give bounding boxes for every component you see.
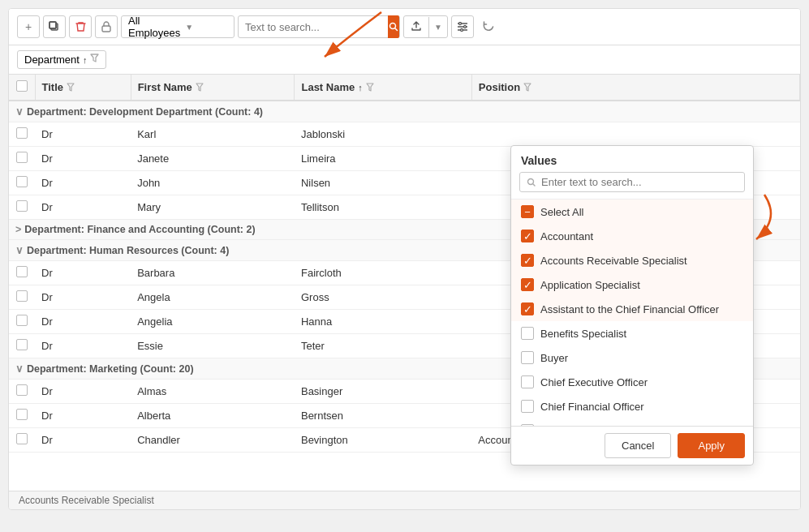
row-checkbox[interactable] xyxy=(16,339,28,350)
employee-filter-dropdown[interactable]: All Employees ▼ xyxy=(121,15,235,38)
expand-icon[interactable]: ∨ xyxy=(15,106,24,118)
position-filter-icon[interactable] xyxy=(523,83,531,92)
dropdown-value: All Employees xyxy=(128,15,180,39)
cell-lastname: Nilsen xyxy=(295,171,471,195)
header-firstname: First Name xyxy=(131,75,295,101)
export-button[interactable]: ▼ xyxy=(403,15,448,38)
cell-lastname: Hanna xyxy=(295,310,471,334)
cell-title: Dr xyxy=(35,310,131,334)
add-button[interactable]: + xyxy=(17,15,40,38)
filter-item[interactable]: Chief Executive Officer xyxy=(511,370,753,394)
filter-item-label: Accountant xyxy=(540,230,593,242)
status-bar: Accounts Receivable Specialist xyxy=(9,491,800,509)
firstname-filter-icon[interactable] xyxy=(196,83,204,92)
header-title: Title xyxy=(35,75,131,101)
search-button[interactable] xyxy=(388,15,399,38)
filter-item-label: Accounts Receivable Specialist xyxy=(540,255,687,267)
refresh-button[interactable] xyxy=(477,15,500,38)
filter-checkbox[interactable]: ✓ xyxy=(521,302,534,315)
copy-button[interactable] xyxy=(43,15,66,38)
row-checkbox[interactable] xyxy=(16,384,28,396)
filter-checkbox[interactable]: − xyxy=(521,205,534,218)
cell-title: Dr xyxy=(35,147,131,171)
export-dropdown-arrow[interactable]: ▼ xyxy=(429,19,447,35)
expand-icon[interactable]: ∨ xyxy=(15,363,24,375)
svg-point-11 xyxy=(463,26,466,28)
search-input[interactable] xyxy=(239,18,388,36)
filter-item[interactable]: ✓ Assistant to the Chief Financial Offic… xyxy=(511,297,753,321)
lastname-sort-icon[interactable]: ↑ xyxy=(358,83,363,92)
cell-lastname: Faircloth xyxy=(295,261,471,285)
filter-search-input[interactable] xyxy=(541,176,738,188)
header-position: Position xyxy=(471,75,799,101)
cell-firstname: Mary xyxy=(131,195,295,220)
cell-lastname: Limeira xyxy=(295,147,471,171)
expand-icon[interactable]: ∨ xyxy=(15,245,24,256)
filter-panel: Values − Select All ✓ Accountant ✓ Accou… xyxy=(510,145,754,466)
expand-icon[interactable]: > xyxy=(15,224,21,235)
svg-point-10 xyxy=(458,23,461,25)
column-filter-button[interactable] xyxy=(451,15,474,38)
row-checkbox[interactable] xyxy=(16,409,28,420)
lock-button[interactable] xyxy=(95,15,118,38)
cell-firstname: Almas xyxy=(131,380,295,404)
cell-title: Dr xyxy=(35,334,131,358)
filter-item-label: Buyer xyxy=(540,352,568,364)
filter-item[interactable]: Benefits Specialist xyxy=(511,321,753,345)
select-all-checkbox[interactable] xyxy=(16,80,28,92)
filter-item-label: Application Specialist xyxy=(540,279,640,291)
title-filter-icon[interactable] xyxy=(67,83,75,92)
department-label: Department xyxy=(24,54,80,66)
filter-checkbox[interactable] xyxy=(521,400,534,413)
svg-point-12 xyxy=(460,29,463,32)
header-lastname: Last Name ↑ xyxy=(295,75,471,101)
filter-list: − Select All ✓ Accountant ✓ Accounts Rec… xyxy=(511,199,753,426)
filter-bar: Department ↑ xyxy=(9,45,800,75)
filter-item-label: Benefits Specialist xyxy=(540,328,626,340)
cell-firstname: Barbara xyxy=(131,261,295,285)
filter-item[interactable]: ✓ Accountant xyxy=(511,224,753,248)
filter-checkbox[interactable] xyxy=(521,424,534,426)
filter-checkbox[interactable]: ✓ xyxy=(521,254,534,267)
row-checkbox[interactable] xyxy=(16,266,28,277)
filter-item[interactable]: Chief Financial Officer xyxy=(511,394,753,418)
filter-item[interactable]: ✓ Accounts Receivable Specialist xyxy=(511,248,753,272)
row-checkbox[interactable] xyxy=(16,290,28,302)
cell-lastname: Jablonski xyxy=(295,122,471,147)
cell-firstname: Karl xyxy=(131,122,295,147)
lastname-filter-icon[interactable] xyxy=(366,83,374,92)
cell-title: Dr xyxy=(35,428,131,453)
cell-firstname: Essie xyxy=(131,334,295,358)
svg-rect-5 xyxy=(102,26,110,32)
main-container: + All Employees ▼ xyxy=(8,8,801,510)
row-checkbox[interactable] xyxy=(16,200,28,212)
filter-checkbox[interactable] xyxy=(521,375,534,388)
filter-item[interactable]: − Select All xyxy=(511,200,753,224)
filter-checkbox[interactable] xyxy=(521,351,534,364)
export-icon xyxy=(404,17,429,37)
delete-button[interactable] xyxy=(69,15,92,38)
svg-point-6 xyxy=(390,24,396,29)
filter-checkbox[interactable]: ✓ xyxy=(521,230,534,242)
cell-title: Dr xyxy=(35,380,131,404)
filter-checkbox[interactable]: ✓ xyxy=(521,278,534,291)
status-position-value: Accounts Receivable Specialist xyxy=(19,495,154,506)
cell-title: Dr xyxy=(35,261,131,285)
filter-item[interactable]: Database Administrator xyxy=(511,418,753,426)
row-checkbox[interactable] xyxy=(16,127,28,139)
cell-title: Dr xyxy=(35,285,131,310)
row-checkbox[interactable] xyxy=(16,433,28,444)
cancel-button[interactable]: Cancel xyxy=(605,433,671,458)
department-filter-chip[interactable]: Department ↑ xyxy=(17,50,106,69)
filter-item[interactable]: ✓ Application Specialist xyxy=(511,272,753,297)
cell-lastname: Berntsen xyxy=(295,404,471,428)
filter-item[interactable]: Buyer xyxy=(511,345,753,370)
filter-item-label: Chief Financial Officer xyxy=(540,401,644,413)
filter-checkbox[interactable] xyxy=(521,327,534,340)
cell-position xyxy=(471,122,799,147)
filter-funnel-icon xyxy=(90,54,99,66)
row-checkbox[interactable] xyxy=(16,152,28,163)
row-checkbox[interactable] xyxy=(16,315,28,326)
apply-button[interactable]: Apply xyxy=(678,433,745,458)
row-checkbox[interactable] xyxy=(16,176,28,187)
